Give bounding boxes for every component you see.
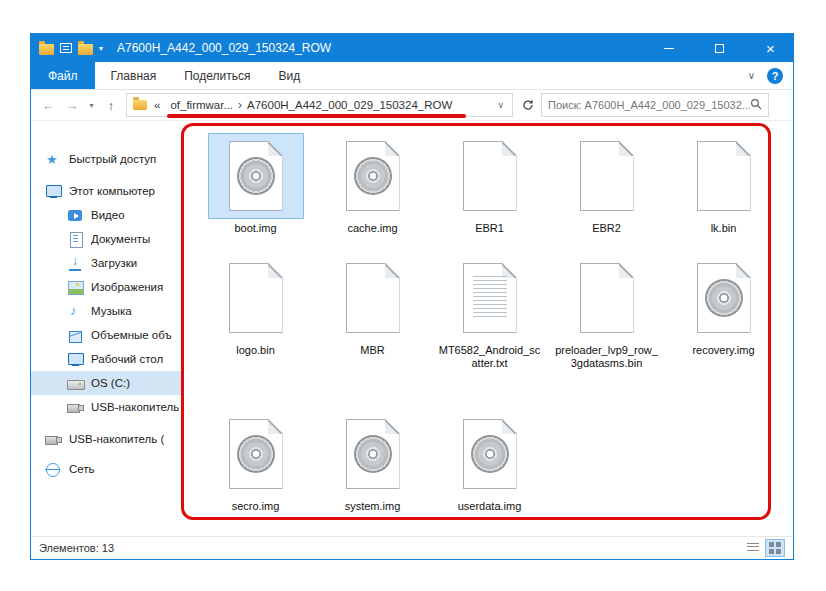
tab-share[interactable]: Поделиться xyxy=(170,62,264,89)
search-box[interactable] xyxy=(541,93,769,117)
file-name-label: userdata.img xyxy=(458,500,522,513)
sidebar-item-network[interactable]: Сеть xyxy=(31,457,183,481)
breadcrumb-overflow-button[interactable]: « xyxy=(149,99,165,111)
close-button[interactable]: × xyxy=(748,34,793,62)
file-item[interactable]: boot.img xyxy=(197,133,314,255)
file-icon-frame xyxy=(442,255,538,341)
file-icon xyxy=(463,419,517,489)
sidebar-item-label: Видео xyxy=(91,209,125,221)
sidebar-item-label: Музыка xyxy=(91,305,132,317)
file-name-label: EBR2 xyxy=(592,222,621,235)
file-item[interactable]: preloader_lvp9_row_3gdatasms.bin xyxy=(548,255,665,411)
navigation-pane: Быстрый доступ Этот компьютер Видео Доку… xyxy=(31,121,183,536)
refresh-button[interactable] xyxy=(517,99,539,111)
qat-properties-icon[interactable] xyxy=(60,43,72,53)
back-button[interactable]: ← xyxy=(37,98,59,113)
system-folder-icon[interactable] xyxy=(39,44,54,55)
file-icon-frame xyxy=(325,411,421,497)
file-icon-frame xyxy=(559,133,655,219)
sidebar-item-label: Документы xyxy=(91,233,150,245)
video-icon xyxy=(67,208,84,223)
sidebar-item-documents[interactable]: Документы xyxy=(31,227,183,251)
sidebar-item-desktop[interactable]: Рабочий стол xyxy=(31,347,183,371)
sidebar-item-quick-access[interactable]: Быстрый доступ xyxy=(31,147,183,171)
picture-icon xyxy=(67,280,84,295)
file-icon xyxy=(229,141,283,211)
tab-file[interactable]: Файл xyxy=(31,62,95,89)
sidebar-item-pictures[interactable]: Изображения xyxy=(31,275,183,299)
tab-view[interactable]: Вид xyxy=(264,62,314,89)
usb-icon xyxy=(67,400,84,415)
network-icon xyxy=(45,462,62,477)
up-button[interactable]: ↑ xyxy=(100,98,122,113)
maximize-button[interactable] xyxy=(697,34,742,62)
download-icon xyxy=(67,256,84,271)
forward-button[interactable]: → xyxy=(61,98,83,113)
titlebar: ▾ A7600H_A442_000_029_150324_ROW × xyxy=(31,34,793,62)
file-item[interactable]: system.img xyxy=(314,411,431,533)
window-title: A7600H_A442_000_029_150324_ROW xyxy=(117,41,331,55)
sidebar-item-label: Изображения xyxy=(91,281,163,293)
file-icon xyxy=(580,263,634,333)
sidebar-item-os-c-drive[interactable]: OS (C:) xyxy=(31,371,183,395)
file-name-label: preloader_lvp9_row_3gdatasms.bin xyxy=(554,344,660,370)
qat-customize-dropdown-icon[interactable]: ▾ xyxy=(99,44,103,53)
minimize-button[interactable] xyxy=(646,34,691,62)
file-name-label: logo.bin xyxy=(236,344,275,357)
ribbon-tabs: Файл Главная Поделиться Вид ∨ ? xyxy=(31,62,793,90)
collapse-ribbon-icon[interactable]: ∨ xyxy=(736,70,767,81)
folder-icon xyxy=(133,100,147,110)
sidebar-item-this-pc[interactable]: Этот компьютер xyxy=(31,179,183,203)
sidebar-item-music[interactable]: Музыка xyxy=(31,299,183,323)
help-button[interactable]: ? xyxy=(767,68,783,84)
thumbnails-view-button[interactable] xyxy=(765,539,785,557)
file-icon-frame xyxy=(208,255,304,341)
file-icon xyxy=(463,263,517,333)
tab-home[interactable]: Главная xyxy=(97,62,171,89)
sidebar-item-label: Рабочий стол xyxy=(91,353,163,365)
breadcrumb-current[interactable]: A7600H_A442_000_029_150324_ROW xyxy=(242,99,457,111)
file-icon xyxy=(229,419,283,489)
file-item[interactable]: secro.img xyxy=(197,411,314,533)
file-icon-frame xyxy=(559,255,655,341)
file-item[interactable]: EBR1 xyxy=(431,133,548,255)
file-item[interactable]: logo.bin xyxy=(197,255,314,411)
sidebar-item-label: USB-накопитель ( xyxy=(69,433,164,445)
qat-new-folder-icon[interactable] xyxy=(78,44,93,55)
sidebar-item-3d-objects[interactable]: Объемные объ xyxy=(31,323,183,347)
file-item[interactable]: userdata.img xyxy=(431,411,548,533)
file-item[interactable]: lk.bin xyxy=(665,133,782,255)
details-view-button[interactable] xyxy=(743,539,763,557)
search-input[interactable] xyxy=(548,99,750,111)
file-name-label: lk.bin xyxy=(711,222,737,235)
file-item[interactable]: MBR xyxy=(314,255,431,411)
sidebar-item-videos[interactable]: Видео xyxy=(31,203,183,227)
file-icon-frame xyxy=(325,255,421,341)
drive-icon xyxy=(67,376,84,391)
computer-icon xyxy=(45,184,62,199)
sidebar-item-usb-drive-2[interactable]: USB-накопитель ( xyxy=(31,427,183,451)
file-item[interactable]: EBR2 xyxy=(548,133,665,255)
breadcrumb-parent[interactable]: of_firmwar... xyxy=(165,99,238,111)
file-item[interactable]: MT6582_Android_scatter.txt xyxy=(431,255,548,411)
file-icon-frame xyxy=(325,133,421,219)
sidebar-item-downloads[interactable]: Загрузки xyxy=(31,251,183,275)
files-area[interactable]: boot.img cache.img EBR1 EBR2 lk.bin logo… xyxy=(183,121,793,536)
file-icon xyxy=(697,263,751,333)
search-icon[interactable] xyxy=(750,96,762,114)
file-icon xyxy=(463,141,517,211)
sidebar-item-label: Сеть xyxy=(69,463,95,475)
desktop-icon xyxy=(67,352,84,367)
files-grid: boot.img cache.img EBR1 EBR2 lk.bin logo… xyxy=(183,121,793,533)
file-item[interactable]: cache.img xyxy=(314,133,431,255)
file-icon xyxy=(346,419,400,489)
file-item[interactable]: recovery.img xyxy=(665,255,782,411)
sidebar-item-usb-drive[interactable]: USB-накопитель xyxy=(31,395,183,419)
recent-locations-dropdown-icon[interactable]: ▾ xyxy=(85,101,98,110)
file-icon xyxy=(697,141,751,211)
usb-icon xyxy=(45,432,62,447)
address-dropdown-icon[interactable]: ∨ xyxy=(495,100,506,110)
file-name-label: recovery.img xyxy=(692,344,754,357)
document-icon xyxy=(67,232,84,247)
address-box[interactable]: « of_firmwar... › A7600H_A442_000_029_15… xyxy=(126,93,513,117)
